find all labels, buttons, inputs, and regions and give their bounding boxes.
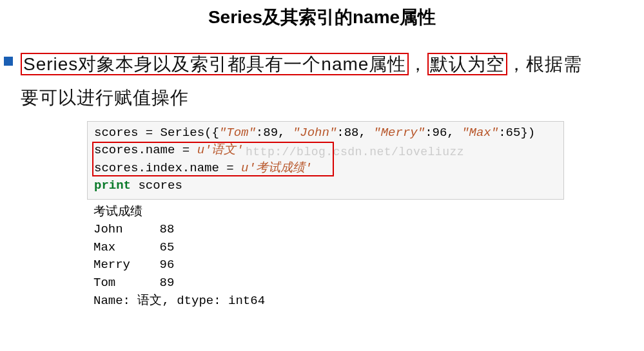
description-text: Series对象本身以及索引都具有一个name属性，默认为空，根据需要可以进行赋… [21, 48, 582, 115]
code-line-3: scores.index.name = u'考试成绩' [94, 160, 557, 178]
output-line: Merry 96 [93, 258, 174, 272]
bullet-item: Series对象本身以及索引都具有一个name属性，默认为空，根据需要可以进行赋… [0, 48, 644, 115]
output-line: John 88 [93, 222, 174, 236]
code-line-2: scores.name = u'语文' [94, 142, 557, 160]
output-line: Name: 语文, dtype: int64 [93, 294, 265, 308]
text-segment: 根据需 [526, 54, 582, 74]
bullet-square-icon [4, 57, 13, 66]
highlight-box-1: Series对象本身以及索引都具有一个name属性 [21, 53, 409, 75]
text-comma: ， [409, 54, 427, 74]
highlight-box-2: 默认为空 [427, 53, 507, 75]
code-line-4: print scores [94, 177, 557, 195]
output-block: 考试成绩 John 88 Max 65 Merry 96 Tom 89 Name… [87, 200, 564, 310]
output-line: 考试成绩 [93, 205, 142, 219]
output-line: Max 65 [93, 240, 174, 254]
page-title: Series及其索引的name属性 [0, 5, 644, 30]
output-line: Tom 89 [93, 276, 174, 290]
code-block: http://blog.csdn.net/loveliuzz scores = … [87, 121, 564, 200]
code-line-1: scores = Series({"Tom":89, "John":88, "M… [94, 124, 557, 142]
text-comma: ， [507, 54, 526, 74]
text-segment: 要可以进行赋值操作 [21, 88, 189, 108]
code-area: http://blog.csdn.net/loveliuzz scores = … [87, 121, 564, 310]
